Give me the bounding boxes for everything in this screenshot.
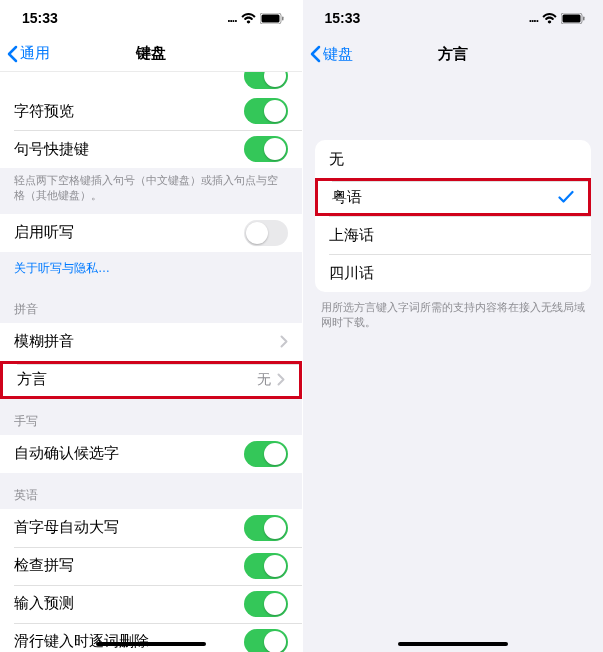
status-time: 15:33 bbox=[325, 10, 361, 26]
svg-rect-1 bbox=[261, 14, 279, 22]
wifi-icon bbox=[241, 13, 256, 24]
nav-bar: 通用 键盘 bbox=[0, 36, 302, 72]
screen-keyboard: 15:33 .... 通用 键盘 字符预览句号快捷键 轻点两下空格键插入句号（中… bbox=[0, 0, 302, 652]
partial-row bbox=[0, 72, 302, 92]
wifi-icon bbox=[542, 13, 557, 24]
dialect-value: 无 bbox=[257, 371, 271, 389]
auto-confirm-row[interactable]: 自动确认候选字 bbox=[0, 435, 302, 473]
back-label: 通用 bbox=[20, 44, 50, 63]
checkmark-icon bbox=[558, 190, 574, 204]
spell-check-row[interactable]: 检查拼写 bbox=[0, 547, 302, 585]
nav-bar: 键盘 方言 bbox=[303, 36, 604, 72]
dialect-none-row[interactable]: 无 bbox=[315, 140, 592, 178]
char-preview-toggle[interactable] bbox=[244, 98, 288, 124]
auto-cap-row[interactable]: 首字母自动大写 bbox=[0, 509, 302, 547]
page-title: 键盘 bbox=[136, 44, 166, 63]
period-shortcut-toggle[interactable] bbox=[244, 136, 288, 162]
period-shortcut-row[interactable]: 句号快捷键 bbox=[0, 130, 302, 168]
chevron-right-icon bbox=[280, 335, 288, 348]
dialect-shanghai-row[interactable]: 上海话 bbox=[315, 216, 592, 254]
svg-rect-2 bbox=[282, 16, 284, 20]
swipe-delete-row[interactable]: 滑行键入时逐词删除 bbox=[0, 623, 302, 652]
status-bar: 15:33 .... bbox=[303, 0, 604, 36]
dictation-toggle[interactable] bbox=[244, 220, 288, 246]
fuzzy-pinyin-row[interactable]: 模糊拼音 bbox=[0, 323, 302, 361]
char-preview-row[interactable]: 字符预览 bbox=[0, 92, 302, 130]
auto-cap-label: 首字母自动大写 bbox=[14, 518, 244, 537]
dialect-cantonese-label: 粤语 bbox=[332, 188, 559, 207]
pinyin-group: 模糊拼音方言无 bbox=[0, 323, 302, 399]
fuzzy-pinyin-label: 模糊拼音 bbox=[14, 332, 280, 351]
predict-label: 输入预测 bbox=[14, 594, 244, 613]
top-group: 字符预览句号快捷键 bbox=[0, 72, 302, 168]
home-indicator bbox=[398, 642, 508, 646]
dictation-label: 启用听写 bbox=[14, 223, 244, 242]
home-indicator bbox=[96, 642, 206, 646]
period-shortcut-label: 句号快捷键 bbox=[14, 140, 244, 159]
auto-confirm-toggle[interactable] bbox=[244, 441, 288, 467]
battery-icon bbox=[260, 13, 284, 24]
predict-toggle[interactable] bbox=[244, 591, 288, 617]
swipe-delete-toggle[interactable] bbox=[244, 629, 288, 652]
dialect-shanghai-label: 上海话 bbox=[329, 226, 578, 245]
char-preview-label: 字符预览 bbox=[14, 102, 244, 121]
status-bar: 15:33 .... bbox=[0, 0, 302, 36]
hand-header: 手写 bbox=[0, 399, 302, 435]
dialect-sichuan-row[interactable]: 四川话 bbox=[315, 254, 592, 292]
back-button[interactable]: 通用 bbox=[6, 44, 50, 63]
dialect-none-label: 无 bbox=[329, 150, 578, 169]
spell-check-label: 检查拼写 bbox=[14, 556, 244, 575]
top-footer: 轻点两下空格键插入句号（中文键盘）或插入句点与空格（其他键盘）。 bbox=[0, 168, 302, 214]
dictation-link[interactable]: 关于听写与隐私… bbox=[0, 252, 302, 287]
cellular-icon: .... bbox=[529, 11, 538, 25]
status-time: 15:33 bbox=[22, 10, 58, 26]
dialect-list: 无粤语上海话四川话 bbox=[315, 140, 592, 292]
dialect-row[interactable]: 方言无 bbox=[0, 361, 302, 399]
screen-dialect: 15:33 .... 键盘 方言 无粤语上海话四川话 用所选方言键入字词所需的支… bbox=[302, 0, 604, 652]
auto-cap-toggle[interactable] bbox=[244, 515, 288, 541]
dictation-group: 启用听写 bbox=[0, 214, 302, 252]
svg-rect-5 bbox=[583, 16, 585, 20]
svg-rect-4 bbox=[563, 14, 581, 22]
eng-group: 首字母自动大写检查拼写输入预测滑行键入时逐词删除 bbox=[0, 509, 302, 652]
pinyin-header: 拼音 bbox=[0, 287, 302, 323]
page-title: 方言 bbox=[438, 45, 468, 64]
dictation-row[interactable]: 启用听写 bbox=[0, 214, 302, 252]
back-label: 键盘 bbox=[323, 45, 353, 64]
hand-group: 自动确认候选字 bbox=[0, 435, 302, 473]
predict-row[interactable]: 输入预测 bbox=[0, 585, 302, 623]
toggle-partial[interactable] bbox=[244, 72, 288, 89]
eng-header: 英语 bbox=[0, 473, 302, 509]
auto-confirm-label: 自动确认候选字 bbox=[14, 444, 244, 463]
dialect-sichuan-label: 四川话 bbox=[329, 264, 578, 283]
chevron-right-icon bbox=[277, 373, 285, 386]
dialect-footer: 用所选方言键入字词所需的支持内容将在接入无线局域网时下载。 bbox=[315, 292, 592, 339]
spell-check-toggle[interactable] bbox=[244, 553, 288, 579]
back-button[interactable]: 键盘 bbox=[309, 45, 353, 64]
cellular-icon: .... bbox=[227, 11, 236, 25]
dialect-label: 方言 bbox=[17, 370, 257, 389]
dialect-cantonese-row[interactable]: 粤语 bbox=[315, 178, 592, 216]
battery-icon bbox=[561, 13, 585, 24]
